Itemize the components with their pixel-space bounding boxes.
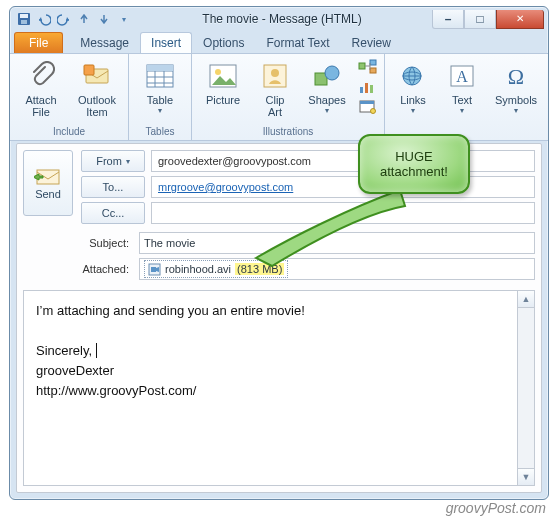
window-buttons: – □ ✕ xyxy=(432,10,544,29)
chevron-down-icon: ▾ xyxy=(514,106,518,115)
undo-icon[interactable] xyxy=(36,11,52,27)
cc-button[interactable]: Cc... xyxy=(81,202,145,224)
svg-text:A: A xyxy=(456,68,468,85)
text-button[interactable]: A Text ▾ xyxy=(441,57,483,118)
redo-icon[interactable] xyxy=(56,11,72,27)
message-body[interactable]: I’m attaching and sending you an entire … xyxy=(23,290,535,486)
attached-field[interactable]: robinhood.avi (813 MB) xyxy=(139,258,535,280)
symbols-button[interactable]: Ω Symbols ▾ xyxy=(489,57,543,118)
cc-field[interactable] xyxy=(151,202,535,224)
to-field[interactable]: mrgroove@groovypost.com xyxy=(151,176,535,198)
table-button[interactable]: Table ▾ xyxy=(135,57,185,118)
svg-rect-1 xyxy=(20,14,28,18)
svg-rect-13 xyxy=(359,63,365,69)
svg-point-8 xyxy=(215,69,221,75)
qat-customize-icon[interactable]: ▾ xyxy=(116,11,132,27)
file-tab[interactable]: File xyxy=(14,32,63,53)
attached-label: Attached: xyxy=(23,263,139,275)
text-icon: A xyxy=(446,60,478,92)
compose-pane: Send From▾ groovedexter@groovypost.com T… xyxy=(16,143,542,493)
screenshot-icon[interactable] xyxy=(358,99,378,117)
svg-rect-2 xyxy=(21,20,27,24)
group-label: Tables xyxy=(135,124,185,140)
picture-icon xyxy=(207,60,239,92)
tab-options[interactable]: Options xyxy=(192,32,255,53)
svg-rect-6 xyxy=(147,65,173,71)
table-icon xyxy=(144,60,176,92)
chevron-down-icon: ▾ xyxy=(325,106,329,115)
text-cursor xyxy=(92,343,97,358)
prev-item-icon[interactable] xyxy=(76,11,92,27)
scroll-up-icon[interactable]: ▲ xyxy=(518,291,534,308)
chevron-down-icon: ▾ xyxy=(411,106,415,115)
svg-rect-14 xyxy=(370,60,376,65)
attach-file-button[interactable]: Attach File xyxy=(16,57,66,121)
subject-label: Subject: xyxy=(23,237,139,249)
svg-rect-4 xyxy=(84,65,94,75)
group-include: Attach File Outlook Item Include xyxy=(10,54,129,140)
send-button[interactable]: Send xyxy=(23,150,73,216)
save-icon[interactable] xyxy=(16,11,32,27)
chevron-down-icon: ▾ xyxy=(158,106,162,115)
symbols-icon: Ω xyxy=(500,60,532,92)
video-file-icon xyxy=(148,263,161,276)
svg-rect-16 xyxy=(360,87,363,93)
svg-rect-20 xyxy=(360,101,374,104)
svg-point-10 xyxy=(271,69,279,77)
minimize-button[interactable]: – xyxy=(432,10,464,29)
scroll-down-icon[interactable]: ▼ xyxy=(518,468,534,485)
links-icon xyxy=(397,60,429,92)
from-field[interactable]: groovedexter@groovypost.com xyxy=(151,150,535,172)
tab-review[interactable]: Review xyxy=(341,32,402,53)
maximize-button[interactable]: □ xyxy=(464,10,496,29)
tab-insert[interactable]: Insert xyxy=(140,32,192,53)
body-line: Sincerely, xyxy=(36,341,522,361)
watermark: groovyPost.com xyxy=(446,500,546,516)
svg-point-21 xyxy=(371,109,376,114)
send-icon xyxy=(34,166,62,186)
scrollbar[interactable]: ▲ ▼ xyxy=(517,291,534,485)
quick-access-toolbar: ▾ xyxy=(14,11,132,27)
svg-rect-29 xyxy=(151,267,156,272)
svg-rect-18 xyxy=(370,85,373,93)
shapes-icon xyxy=(311,60,343,92)
smartart-icon[interactable] xyxy=(358,59,378,77)
outlook-item-button[interactable]: Outlook Item xyxy=(72,57,122,121)
svg-rect-15 xyxy=(370,68,376,73)
message-window: ▾ The movie - Message (HTML) – □ ✕ File … xyxy=(9,6,549,500)
svg-text:Ω: Ω xyxy=(508,64,524,89)
window-title: The movie - Message (HTML) xyxy=(132,12,432,26)
next-item-icon[interactable] xyxy=(96,11,112,27)
tab-format-text[interactable]: Format Text xyxy=(255,32,340,53)
shapes-button[interactable]: Shapes ▾ xyxy=(302,57,352,118)
group-tables: Table ▾ Tables xyxy=(129,54,192,140)
group-illustrations: Picture Clip Art Shapes ▾ Illustrations xyxy=(192,54,385,140)
close-button[interactable]: ✕ xyxy=(496,10,544,29)
svg-rect-17 xyxy=(365,83,368,93)
body-line: grooveDexter xyxy=(36,361,522,381)
ribbon-tabs: File Message Insert Options Format Text … xyxy=(10,31,548,53)
to-button[interactable]: To... xyxy=(81,176,145,198)
group-label: Include xyxy=(16,124,122,140)
body-line: I’m attaching and sending you an entire … xyxy=(36,301,522,321)
attachment-size: (813 MB) xyxy=(235,263,284,275)
chevron-down-icon: ▾ xyxy=(460,106,464,115)
title-bar: ▾ The movie - Message (HTML) – □ ✕ xyxy=(10,7,548,31)
links-button[interactable]: Links ▾ xyxy=(391,57,435,118)
attachment-item[interactable]: robinhood.avi (813 MB) xyxy=(144,260,288,278)
tab-message[interactable]: Message xyxy=(69,32,140,53)
outlook-item-icon xyxy=(81,60,113,92)
attachment-name: robinhood.avi xyxy=(165,263,231,275)
clipart-button[interactable]: Clip Art xyxy=(254,57,296,121)
svg-point-12 xyxy=(325,66,339,80)
from-button[interactable]: From▾ xyxy=(81,150,145,172)
paperclip-icon xyxy=(25,60,57,92)
chevron-down-icon: ▾ xyxy=(126,157,130,166)
clipart-icon xyxy=(259,60,291,92)
group-label: Illustrations xyxy=(198,124,378,140)
subject-field[interactable]: The movie xyxy=(139,232,535,254)
picture-button[interactable]: Picture xyxy=(198,57,248,109)
group-links-text-symbols: Links ▾ A Text ▾ Ω Symbols ▾ xyxy=(385,54,549,140)
chart-icon[interactable] xyxy=(358,79,378,97)
ribbon: Attach File Outlook Item Include Table ▾… xyxy=(10,53,548,141)
